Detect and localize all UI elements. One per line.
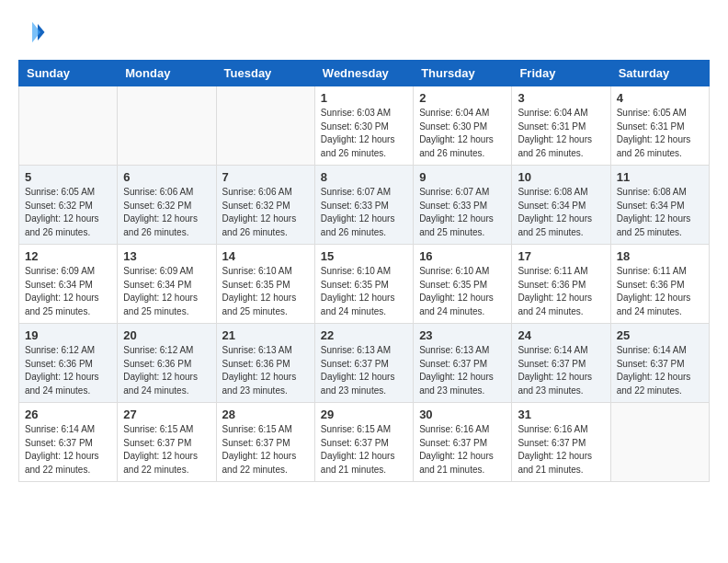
day-info: Sunrise: 6:04 AM Sunset: 6:30 PM Dayligh… [419, 107, 506, 160]
calendar-cell: 31Sunrise: 6:16 AM Sunset: 6:37 PM Dayli… [512, 403, 610, 482]
calendar-cell: 23Sunrise: 6:13 AM Sunset: 6:37 PM Dayli… [414, 324, 512, 403]
calendar-cell: 26Sunrise: 6:14 AM Sunset: 6:37 PM Dayli… [19, 403, 118, 482]
day-info: Sunrise: 6:08 AM Sunset: 6:34 PM Dayligh… [518, 186, 604, 239]
day-number: 20 [123, 328, 210, 342]
calendar-cell [118, 86, 216, 166]
calendar-cell: 24Sunrise: 6:14 AM Sunset: 6:37 PM Dayli… [512, 324, 610, 403]
day-number: 29 [321, 408, 407, 421]
calendar-cell: 13Sunrise: 6:09 AM Sunset: 6:34 PM Dayli… [118, 245, 216, 324]
calendar-cell: 21Sunrise: 6:13 AM Sunset: 6:36 PM Dayli… [216, 324, 314, 403]
day-info: Sunrise: 6:14 AM Sunset: 6:37 PM Dayligh… [25, 423, 111, 477]
day-info: Sunrise: 6:09 AM Sunset: 6:34 PM Dayligh… [25, 265, 111, 318]
week-row-3: 12Sunrise: 6:09 AM Sunset: 6:34 PM Dayli… [19, 245, 710, 324]
day-number: 26 [25, 408, 111, 421]
day-number: 8 [321, 170, 407, 184]
calendar-cell: 16Sunrise: 6:10 AM Sunset: 6:35 PM Dayli… [414, 245, 512, 324]
day-info: Sunrise: 6:03 AM Sunset: 6:30 PM Dayligh… [321, 107, 407, 160]
day-number: 3 [518, 91, 604, 105]
day-number: 1 [321, 91, 407, 105]
week-row-1: 1Sunrise: 6:03 AM Sunset: 6:30 PM Daylig… [19, 86, 710, 166]
calendar-cell: 18Sunrise: 6:11 AM Sunset: 6:36 PM Dayli… [610, 245, 709, 324]
calendar-cell: 11Sunrise: 6:08 AM Sunset: 6:34 PM Dayli… [610, 166, 709, 245]
weekday-header-row: SundayMondayTuesdayWednesdayThursdayFrid… [19, 61, 710, 86]
day-info: Sunrise: 6:13 AM Sunset: 6:36 PM Dayligh… [222, 344, 309, 397]
day-info: Sunrise: 6:07 AM Sunset: 6:33 PM Dayligh… [321, 186, 407, 239]
day-number: 23 [419, 328, 506, 342]
day-number: 12 [25, 249, 111, 263]
day-info: Sunrise: 6:04 AM Sunset: 6:31 PM Dayligh… [518, 107, 604, 160]
day-info: Sunrise: 6:11 AM Sunset: 6:36 PM Dayligh… [518, 265, 604, 318]
day-info: Sunrise: 6:11 AM Sunset: 6:36 PM Dayligh… [617, 265, 703, 318]
day-info: Sunrise: 6:13 AM Sunset: 6:37 PM Dayligh… [419, 344, 506, 397]
weekday-wednesday: Wednesday [314, 61, 413, 86]
day-number: 11 [617, 170, 703, 184]
calendar-cell: 22Sunrise: 6:13 AM Sunset: 6:37 PM Dayli… [314, 324, 413, 403]
calendar-cell: 17Sunrise: 6:11 AM Sunset: 6:36 PM Dayli… [512, 245, 610, 324]
svg-marker-1 [32, 22, 40, 43]
logo-icon [18, 18, 46, 46]
day-number: 16 [419, 249, 506, 263]
calendar-cell: 20Sunrise: 6:12 AM Sunset: 6:36 PM Dayli… [118, 324, 216, 403]
day-number: 28 [222, 408, 309, 421]
day-info: Sunrise: 6:15 AM Sunset: 6:37 PM Dayligh… [123, 423, 210, 477]
day-number: 15 [321, 249, 407, 263]
calendar-cell: 25Sunrise: 6:14 AM Sunset: 6:37 PM Dayli… [610, 324, 709, 403]
day-info: Sunrise: 6:10 AM Sunset: 6:35 PM Dayligh… [321, 265, 407, 318]
day-number: 5 [25, 170, 111, 184]
calendar-cell: 12Sunrise: 6:09 AM Sunset: 6:34 PM Dayli… [19, 245, 118, 324]
day-number: 13 [123, 249, 210, 263]
day-info: Sunrise: 6:05 AM Sunset: 6:31 PM Dayligh… [617, 107, 703, 160]
day-info: Sunrise: 6:16 AM Sunset: 6:37 PM Dayligh… [518, 423, 604, 477]
calendar-cell: 14Sunrise: 6:10 AM Sunset: 6:35 PM Dayli… [216, 245, 314, 324]
day-info: Sunrise: 6:10 AM Sunset: 6:35 PM Dayligh… [222, 265, 309, 318]
weekday-monday: Monday [118, 61, 216, 86]
week-row-4: 19Sunrise: 6:12 AM Sunset: 6:36 PM Dayli… [19, 324, 710, 403]
day-info: Sunrise: 6:09 AM Sunset: 6:34 PM Dayligh… [123, 265, 210, 318]
day-number: 7 [222, 170, 309, 184]
calendar-cell: 4Sunrise: 6:05 AM Sunset: 6:31 PM Daylig… [610, 86, 709, 166]
day-number: 2 [419, 91, 506, 105]
day-info: Sunrise: 6:10 AM Sunset: 6:35 PM Dayligh… [419, 265, 506, 318]
calendar-cell: 30Sunrise: 6:16 AM Sunset: 6:37 PM Dayli… [414, 403, 512, 482]
day-info: Sunrise: 6:07 AM Sunset: 6:33 PM Dayligh… [419, 186, 506, 239]
day-number: 19 [25, 328, 111, 342]
calendar-cell [216, 86, 314, 166]
day-info: Sunrise: 6:06 AM Sunset: 6:32 PM Dayligh… [123, 186, 210, 239]
calendar-cell: 3Sunrise: 6:04 AM Sunset: 6:31 PM Daylig… [512, 86, 610, 166]
day-number: 27 [123, 408, 210, 421]
calendar-cell: 29Sunrise: 6:15 AM Sunset: 6:37 PM Dayli… [314, 403, 413, 482]
day-number: 24 [518, 328, 604, 342]
calendar-table: SundayMondayTuesdayWednesdayThursdayFrid… [18, 60, 710, 482]
calendar-cell: 15Sunrise: 6:10 AM Sunset: 6:35 PM Dayli… [314, 245, 413, 324]
calendar-cell: 8Sunrise: 6:07 AM Sunset: 6:33 PM Daylig… [314, 166, 413, 245]
weekday-sunday: Sunday [19, 61, 118, 86]
day-number: 22 [321, 328, 407, 342]
calendar-cell: 10Sunrise: 6:08 AM Sunset: 6:34 PM Dayli… [512, 166, 610, 245]
day-number: 6 [123, 170, 210, 184]
day-info: Sunrise: 6:15 AM Sunset: 6:37 PM Dayligh… [222, 423, 309, 477]
calendar-cell: 27Sunrise: 6:15 AM Sunset: 6:37 PM Dayli… [118, 403, 216, 482]
day-number: 9 [419, 170, 506, 184]
day-info: Sunrise: 6:12 AM Sunset: 6:36 PM Dayligh… [25, 344, 111, 397]
calendar-cell [19, 86, 118, 166]
day-number: 10 [518, 170, 604, 184]
day-number: 30 [419, 408, 506, 421]
day-info: Sunrise: 6:06 AM Sunset: 6:32 PM Dayligh… [222, 186, 309, 239]
calendar-cell: 6Sunrise: 6:06 AM Sunset: 6:32 PM Daylig… [118, 166, 216, 245]
weekday-thursday: Thursday [414, 61, 512, 86]
day-info: Sunrise: 6:14 AM Sunset: 6:37 PM Dayligh… [617, 344, 703, 397]
calendar-cell: 5Sunrise: 6:05 AM Sunset: 6:32 PM Daylig… [19, 166, 118, 245]
calendar-cell: 7Sunrise: 6:06 AM Sunset: 6:32 PM Daylig… [216, 166, 314, 245]
day-info: Sunrise: 6:15 AM Sunset: 6:37 PM Dayligh… [321, 423, 407, 477]
day-info: Sunrise: 6:12 AM Sunset: 6:36 PM Dayligh… [123, 344, 210, 397]
calendar-cell: 9Sunrise: 6:07 AM Sunset: 6:33 PM Daylig… [414, 166, 512, 245]
day-number: 31 [518, 408, 604, 421]
day-number: 18 [617, 249, 703, 263]
day-number: 17 [518, 249, 604, 263]
day-info: Sunrise: 6:08 AM Sunset: 6:34 PM Dayligh… [617, 186, 703, 239]
day-number: 21 [222, 328, 309, 342]
page-header [18, 18, 710, 46]
day-info: Sunrise: 6:05 AM Sunset: 6:32 PM Dayligh… [25, 186, 111, 239]
calendar-cell: 19Sunrise: 6:12 AM Sunset: 6:36 PM Dayli… [19, 324, 118, 403]
weekday-saturday: Saturday [610, 61, 709, 86]
